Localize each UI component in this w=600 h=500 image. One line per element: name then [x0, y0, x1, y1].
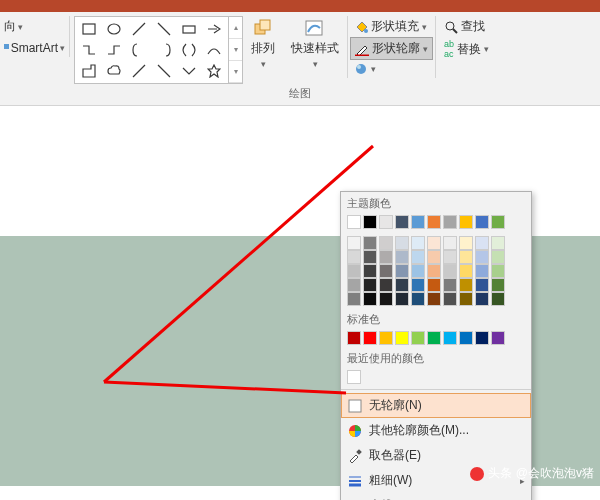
color-swatch[interactable] [411, 250, 425, 264]
color-swatch[interactable] [427, 236, 441, 250]
color-swatch[interactable] [395, 264, 409, 278]
color-swatch[interactable] [411, 236, 425, 250]
quickstyle-button[interactable]: 快速样式 ▾ [283, 16, 347, 71]
color-swatch[interactable] [411, 278, 425, 292]
color-swatch[interactable] [347, 331, 361, 345]
color-swatch[interactable] [379, 331, 393, 345]
no-outline-item[interactable]: 无轮廓(N) [341, 393, 531, 418]
color-swatch[interactable] [459, 236, 473, 250]
color-swatch[interactable] [443, 250, 457, 264]
dashes-item[interactable]: 虚线(S) ▸ [341, 493, 531, 500]
color-swatch[interactable] [491, 331, 505, 345]
effects-icon [354, 62, 368, 76]
color-swatch[interactable] [459, 215, 473, 229]
shape-outline-button[interactable]: 形状轮廓 ▾ [350, 37, 433, 60]
color-swatch[interactable] [395, 278, 409, 292]
color-swatch[interactable] [491, 264, 505, 278]
svg-point-17 [446, 22, 454, 30]
color-swatch[interactable] [427, 215, 441, 229]
find-button[interactable]: 查找 [440, 16, 493, 37]
color-swatch[interactable] [427, 292, 441, 306]
color-swatch[interactable] [459, 331, 473, 345]
color-swatch[interactable] [443, 236, 457, 250]
color-swatch[interactable] [395, 236, 409, 250]
color-swatch[interactable] [347, 215, 361, 229]
color-swatch[interactable] [443, 278, 457, 292]
color-swatch[interactable] [491, 292, 505, 306]
color-swatch[interactable] [395, 292, 409, 306]
color-swatch[interactable] [363, 331, 377, 345]
color-swatch[interactable] [491, 215, 505, 229]
color-swatch[interactable] [395, 331, 409, 345]
color-swatch[interactable] [379, 278, 393, 292]
color-swatch[interactable] [363, 250, 377, 264]
arrange-button[interactable]: 排列 ▾ [243, 16, 283, 71]
color-swatch[interactable] [459, 250, 473, 264]
color-swatch[interactable] [427, 250, 441, 264]
canvas[interactable]: ⟳ 主题颜色 标准色 最近使用的颜色 无轮廓(N) 其他轮廓颜色(M)... 取… [0, 106, 600, 486]
color-swatch[interactable] [427, 331, 441, 345]
shape-outline-dropdown: 主题颜色 标准色 最近使用的颜色 无轮廓(N) 其他轮廓颜色(M)... 取色器… [340, 191, 532, 500]
more-colors-item[interactable]: 其他轮廓颜色(M)... [341, 418, 531, 443]
color-swatch[interactable] [427, 278, 441, 292]
color-swatch[interactable] [475, 292, 489, 306]
shape-fill-label: 形状填充 [371, 18, 419, 35]
color-swatch[interactable] [379, 236, 393, 250]
shape-fill-button[interactable]: 形状填充 ▾ [350, 16, 433, 37]
color-swatch[interactable] [459, 278, 473, 292]
color-swatch[interactable] [347, 264, 361, 278]
watermark-handle: @会吹泡泡v猪 [516, 465, 594, 482]
color-swatch[interactable] [347, 292, 361, 306]
color-swatch[interactable] [475, 236, 489, 250]
color-swatch[interactable] [363, 215, 377, 229]
color-swatch[interactable] [443, 264, 457, 278]
color-swatch[interactable] [475, 264, 489, 278]
star-shape-icon [207, 64, 221, 78]
color-swatch[interactable] [443, 215, 457, 229]
color-swatch[interactable] [379, 215, 393, 229]
color-swatch[interactable] [411, 264, 425, 278]
gallery-scroll[interactable]: ▴ ▾ ▾ [229, 16, 243, 84]
color-swatch[interactable] [427, 264, 441, 278]
color-swatch[interactable] [475, 331, 489, 345]
dropdown-caret-icon: ▾ [60, 43, 65, 53]
color-swatch[interactable] [411, 331, 425, 345]
direction-button[interactable]: 向 [4, 18, 16, 35]
color-swatch[interactable] [379, 264, 393, 278]
color-swatch[interactable] [347, 278, 361, 292]
color-swatch[interactable] [459, 292, 473, 306]
color-swatch[interactable] [491, 278, 505, 292]
color-swatch[interactable] [395, 215, 409, 229]
color-swatch[interactable] [491, 236, 505, 250]
watermark: 头条 @会吹泡泡v猪 [470, 465, 594, 482]
color-swatch[interactable] [475, 215, 489, 229]
color-swatch[interactable] [347, 250, 361, 264]
color-swatch[interactable] [363, 292, 377, 306]
color-swatch[interactable] [363, 264, 377, 278]
replace-button[interactable]: abac 替换 ▾ [440, 37, 493, 61]
color-swatch[interactable] [475, 278, 489, 292]
color-swatch[interactable] [347, 370, 361, 384]
color-swatch[interactable] [475, 250, 489, 264]
color-swatch[interactable] [411, 292, 425, 306]
smartart-button[interactable]: SmartArt [11, 41, 58, 55]
color-swatch[interactable] [379, 292, 393, 306]
shapes-gallery[interactable] [74, 16, 229, 84]
arrow-shape-icon [207, 22, 221, 36]
rect2-shape-icon [182, 22, 196, 36]
color-swatch[interactable] [443, 292, 457, 306]
color-swatch[interactable] [347, 236, 361, 250]
shape-effects-button[interactable]: ▾ [350, 60, 433, 78]
theme-colors-label: 主题颜色 [341, 192, 531, 213]
color-swatch[interactable] [379, 250, 393, 264]
svg-rect-19 [349, 400, 361, 412]
color-swatch[interactable] [395, 250, 409, 264]
color-swatch[interactable] [459, 264, 473, 278]
corner-shape-icon [82, 64, 96, 78]
ribbon-row: 向 ▾ SmartArt ▾ [0, 16, 600, 84]
color-swatch[interactable] [491, 250, 505, 264]
color-swatch[interactable] [363, 236, 377, 250]
color-swatch[interactable] [363, 278, 377, 292]
color-swatch[interactable] [411, 215, 425, 229]
color-swatch[interactable] [443, 331, 457, 345]
